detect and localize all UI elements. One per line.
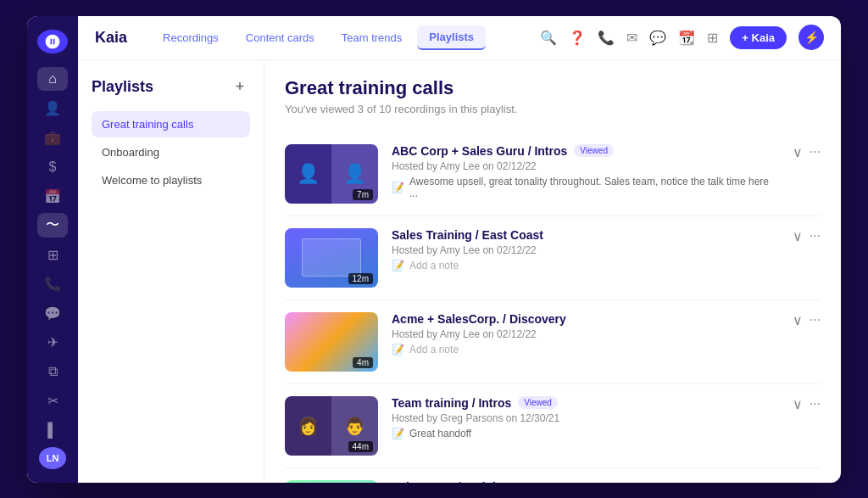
recording-actions: ∨ ··· [793,228,821,244]
recording-item: 4m Acme + SalesCorp. / Discovery Hosted … [285,300,821,384]
note-icon: 📝 [392,344,404,355]
sidebar-send-icon[interactable]: ✈ [37,330,68,354]
search-icon[interactable]: 🔍 [540,30,557,46]
calendar-icon[interactable]: 📆 [678,30,695,46]
tab-team-trends[interactable]: Team trends [330,25,415,50]
more-icon[interactable]: ··· [810,396,821,411]
recording-thumb[interactable] [285,480,378,483]
tab-recordings[interactable]: Recordings [151,25,231,50]
recording-note-add[interactable]: 📝 Add a note [392,260,779,271]
phone-icon[interactable]: 📞 [598,30,615,46]
note-text[interactable]: Add a note [409,344,459,355]
expand-icon[interactable]: ∨ [793,312,803,328]
sidebar-briefcase-icon[interactable]: 💼 [37,126,68,149]
recording-title-row: Acme + SalesCorp. / Discovery [392,312,779,326]
face-left: 👤 [285,144,331,204]
recording-actions: ∨ ··· [793,480,821,483]
sky-thumb [285,480,378,483]
note-icon: 📝 [392,182,404,193]
more-icon[interactable]: ··· [810,144,821,159]
recording-note: 📝 Great handoff [392,428,779,439]
recording-info: Acme + SalesCorp. / Discovery Hosted by … [392,312,779,355]
recording-item: 👩 👨 44m Team training / Intros Viewed Ho… [285,384,821,468]
playlist-item-onboarding[interactable]: Onboarding [92,139,250,165]
recording-thumb[interactable]: 👤 👤 7m [285,144,378,204]
recording-host: Hosted by Amy Lee on 02/12/22 [392,244,779,256]
sidebar-scissors-icon[interactable]: ✂ [37,389,68,412]
recording-item: 👤 👤 7m ABC Corp + Sales Guru / Intros Vi… [285,132,821,216]
logo[interactable] [37,30,68,53]
sidebar-people-icon[interactable]: 👤 [37,96,68,120]
note-text[interactable]: Great handoff [409,428,471,439]
sidebar-home-icon[interactable]: ⌂ [37,67,68,91]
sidebar-phone-icon[interactable]: 📞 [37,271,68,295]
recording-info: ABC Corp + Sales Guru / Intros Viewed Ho… [392,144,779,199]
brand-name: Kaia [95,29,127,47]
recording-actions: ∨ ··· [793,396,821,412]
recording-host: Hosted by Amy Lee on 02/12/22 [392,160,779,172]
tab-content-cards[interactable]: Content cards [234,25,326,50]
recording-thumb[interactable]: 4m [285,312,378,372]
sidebar-layers-icon[interactable]: ⧉ [37,360,68,383]
tab-playlists[interactable]: Playlists [417,25,486,50]
content-area: Great training calls You've viewed 3 of … [264,60,841,483]
avatar[interactable]: LN [39,447,66,468]
main-content: Kaia Recordings Content cards Team trend… [78,16,841,483]
nav-icons: 🔍 ❓ 📞 ✉ 💬 📆 ⊞ + Kaia ⚡ [540,25,824,50]
recording-info: Sales Guru / Training Hosted by Greg Par… [392,480,779,483]
mail-icon[interactable]: ✉ [626,30,637,46]
flash-icon-button[interactable]: ⚡ [798,25,824,50]
recording-thumb[interactable]: 👩 👨 44m [285,396,378,456]
sidebar-chart-icon[interactable]: 〜 [37,213,68,237]
recording-actions: ∨ ··· [793,144,821,160]
more-icon[interactable]: ··· [810,228,821,243]
recording-duration: 4m [353,357,373,368]
playlist-item-welcome[interactable]: Welcome to playlists [92,167,250,193]
content-title: Great training calls [285,77,821,99]
top-nav: Kaia Recordings Content cards Team trend… [78,16,841,60]
recording-duration: 12m [348,273,373,284]
playlists-title: Playlists [92,78,153,96]
recording-item: Sales Guru / Training Hosted by Greg Par… [285,468,821,483]
note-icon: 📝 [392,428,404,439]
note-icon: 📝 [392,260,404,271]
recording-host: Hosted by Greg Parsons on 12/30/21 [392,412,779,424]
expand-icon[interactable]: ∨ [793,144,803,160]
screen-mock [302,238,361,277]
recording-host: Hosted by Amy Lee on 02/12/22 [392,328,779,340]
recording-name[interactable]: Sales Guru / Training [392,480,510,483]
sidebar: ⌂ 👤 💼 $ 📅 〜 ⊞ 📞 💬 ✈ ⧉ ✂ ▌ LN [27,16,78,483]
chat-icon[interactable]: 💬 [649,30,666,46]
sidebar-calendar-icon[interactable]: 📅 [37,184,68,208]
recording-title-row: Sales Training / East Coast [392,228,779,242]
recording-duration: 44m [348,441,373,452]
recording-info: Sales Training / East Coast Hosted by Am… [392,228,779,271]
recording-note: 📝 Awesome upsell, great tonality through… [392,176,779,199]
nav-tabs: Recordings Content cards Team trends Pla… [151,25,530,50]
more-icon[interactable]: ··· [810,480,821,483]
add-playlist-button[interactable]: + [230,77,250,98]
expand-icon[interactable]: ∨ [793,228,803,244]
add-kaia-button[interactable]: + Kaia [730,26,787,49]
expand-icon[interactable]: ∨ [793,480,803,483]
recording-name[interactable]: Sales Training / East Coast [392,228,543,242]
grid-icon[interactable]: ⊞ [707,30,718,46]
recording-name[interactable]: Team training / Intros [392,396,511,410]
note-text[interactable]: Awesome upsell, great tonality throughou… [409,176,779,199]
expand-icon[interactable]: ∨ [793,396,803,412]
viewed-badge: Viewed [574,144,614,157]
playlist-item-great-training[interactable]: Great training calls [92,111,250,137]
sidebar-barchart-icon[interactable]: ▌ [37,418,68,442]
recording-title-row: ABC Corp + Sales Guru / Intros Viewed [392,144,779,158]
recording-thumb[interactable]: 12m [285,228,378,288]
note-text[interactable]: Add a note [409,260,459,271]
sidebar-message-icon[interactable]: 💬 [37,301,68,325]
recording-name[interactable]: Acme + SalesCorp. / Discovery [392,312,566,326]
more-icon[interactable]: ··· [810,312,821,327]
recording-note-add[interactable]: 📝 Add a note [392,344,779,355]
help-icon[interactable]: ❓ [569,30,586,46]
sidebar-dollar-icon[interactable]: $ [37,154,68,178]
sidebar-monitor-icon[interactable]: ⊞ [37,243,68,266]
recording-name[interactable]: ABC Corp + Sales Guru / Intros [392,144,567,158]
viewed-badge: Viewed [518,396,558,409]
